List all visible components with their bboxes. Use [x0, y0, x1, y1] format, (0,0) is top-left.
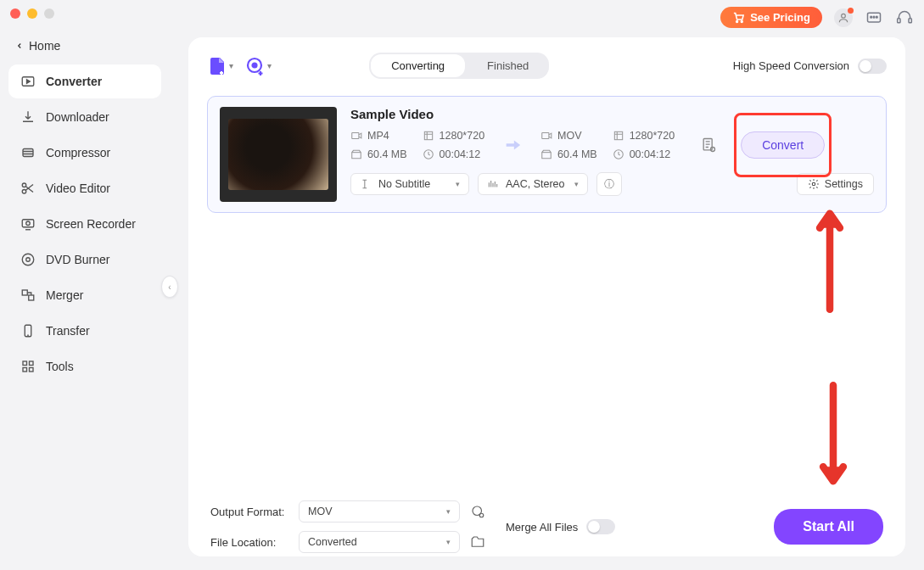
svg-point-33: [711, 148, 715, 152]
svg-rect-21: [30, 361, 34, 366]
audio-value: AAC, Stereo: [506, 178, 564, 190]
arrow-right-icon: [500, 136, 525, 154]
feedback-icon[interactable]: [865, 8, 883, 27]
svg-rect-23: [30, 368, 34, 372]
sidebar-item-compressor[interactable]: Compressor: [8, 136, 161, 170]
high-speed-toggle-row: High Speed Conversion: [733, 59, 887, 74]
svg-rect-29: [542, 133, 549, 139]
sidebar-item-merger[interactable]: Merger: [8, 278, 161, 312]
sidebar-item-video-editor[interactable]: Video Editor: [8, 171, 161, 205]
chevron-left-icon: [15, 42, 24, 50]
account-icon[interactable]: [834, 8, 853, 27]
sidebar-item-transfer[interactable]: Transfer: [8, 314, 161, 348]
sidebar-item-label: Video Editor: [46, 182, 110, 195]
dst-format: MOV: [540, 130, 597, 142]
svg-rect-18: [29, 295, 34, 300]
merge-all-toggle[interactable]: [586, 519, 615, 534]
add-disc-icon: [245, 56, 266, 76]
edit-output-icon[interactable]: [700, 137, 717, 154]
svg-rect-7: [898, 18, 900, 22]
chevron-down-icon: ▾: [267, 61, 272, 70]
svg-point-36: [479, 513, 484, 517]
svg-point-25: [253, 63, 257, 67]
src-duration: 00:04:12: [423, 148, 485, 160]
maximize-window-icon[interactable]: [44, 8, 54, 19]
src-resolution: 1280*720: [423, 130, 485, 142]
settings-button[interactable]: Settings: [797, 173, 874, 195]
sidebar-item-label: Tools: [46, 360, 74, 373]
window-controls[interactable]: [10, 8, 54, 19]
minimize-window-icon[interactable]: [27, 8, 37, 19]
transfer-icon: [20, 323, 36, 338]
sidebar-item-label: DVD Burner: [46, 253, 109, 266]
tab-switcher: Converting Finished: [369, 53, 549, 79]
home-link[interactable]: Home: [0, 34, 170, 64]
settings-label: Settings: [825, 178, 863, 190]
chevron-down-icon: ▾: [229, 61, 233, 70]
close-window-icon[interactable]: [10, 8, 20, 19]
recorder-icon: [20, 216, 36, 232]
output-format-dropdown[interactable]: MOV▾: [299, 500, 460, 522]
svg-point-2: [842, 14, 846, 18]
compressor-icon: [20, 145, 36, 160]
svg-point-14: [26, 221, 31, 226]
output-settings-icon[interactable]: [468, 502, 487, 521]
collapse-sidebar-button[interactable]: ‹: [161, 276, 178, 298]
sidebar-item-label: Converter: [46, 75, 102, 88]
add-file-icon: [207, 56, 227, 76]
add-disc-button[interactable]: ▾: [245, 56, 272, 76]
subtitle-icon: [360, 178, 372, 190]
sidebar-item-label: Compressor: [46, 146, 110, 159]
cart-icon: [732, 11, 745, 24]
svg-point-0: [736, 21, 738, 23]
info-button[interactable]: ⓘ: [596, 172, 622, 196]
sidebar-item-downloader[interactable]: Downloader: [8, 100, 161, 134]
high-speed-toggle[interactable]: [858, 59, 887, 74]
file-title: Sample Video: [350, 107, 874, 121]
disc-icon: [20, 252, 36, 267]
footer-bar: Output Format: MOV▾ File Location: Conve…: [207, 489, 887, 556]
sidebar-item-dvd-burner[interactable]: DVD Burner: [8, 243, 161, 277]
file-location-dropdown[interactable]: Converted▾: [299, 531, 460, 553]
svg-rect-8: [909, 18, 911, 22]
convert-button[interactable]: Convert: [741, 131, 825, 159]
video-thumbnail[interactable]: [220, 107, 337, 202]
src-format: MP4: [350, 130, 407, 142]
subtitle-value: No Subtitle: [378, 178, 430, 190]
src-size: 60.4 MB: [350, 148, 407, 160]
info-icon: ⓘ: [604, 177, 614, 192]
add-file-button[interactable]: ▾: [207, 56, 233, 76]
downloader-icon: [20, 109, 36, 125]
dst-resolution: 1280*720: [613, 130, 675, 142]
svg-point-12: [22, 190, 26, 194]
audio-icon: [487, 178, 499, 190]
merge-all-row: Merge All Files: [506, 519, 615, 534]
svg-point-34: [812, 182, 815, 186]
file-location-label: File Location:: [210, 536, 290, 549]
sidebar-item-converter[interactable]: Converter: [8, 64, 161, 98]
converter-icon: [20, 74, 36, 89]
start-all-button[interactable]: Start All: [774, 509, 883, 545]
sidebar: Home Converter Downloader Compressor Vid…: [0, 0, 170, 570]
dst-size: 60.4 MB: [540, 148, 597, 160]
open-folder-icon[interactable]: [468, 533, 487, 551]
tab-finished[interactable]: Finished: [467, 53, 549, 79]
output-format-label: Output Format:: [210, 506, 290, 518]
support-icon[interactable]: [895, 8, 914, 27]
see-pricing-button[interactable]: See Pricing: [720, 7, 822, 28]
svg-rect-10: [23, 149, 33, 157]
audio-dropdown[interactable]: AAC, Stereo ▾: [478, 173, 588, 195]
svg-rect-20: [23, 361, 27, 366]
sidebar-item-label: Transfer: [46, 324, 90, 338]
sidebar-item-screen-recorder[interactable]: Screen Recorder: [8, 207, 161, 241]
tab-converting[interactable]: Converting: [371, 54, 465, 77]
sidebar-item-tools[interactable]: Tools: [8, 349, 161, 383]
subtitle-dropdown[interactable]: No Subtitle ▾: [350, 173, 469, 195]
sidebar-item-label: Downloader: [46, 110, 109, 124]
home-label: Home: [29, 39, 60, 53]
settings-icon: [808, 178, 820, 190]
svg-point-6: [876, 16, 878, 18]
file-item[interactable]: Sample Video MP4 1280*720 60.4 MB 00:04:…: [207, 96, 887, 213]
svg-rect-26: [352, 133, 359, 139]
high-speed-label: High Speed Conversion: [733, 59, 849, 72]
